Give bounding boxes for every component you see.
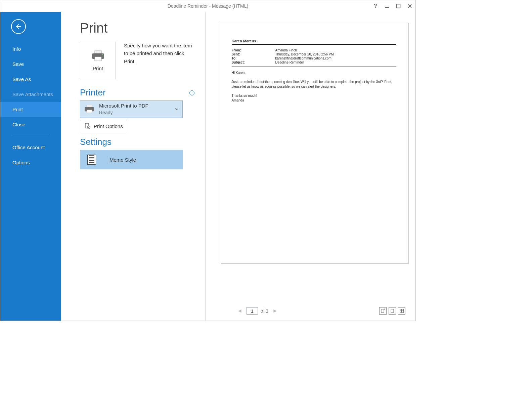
- maximize-icon: [396, 4, 401, 8]
- preview-signature: Amanda: [232, 98, 396, 103]
- preview-page: Karen Marcus From: Amanda Finch Sent: Th…: [220, 22, 408, 263]
- printer-info-icon[interactable]: i: [189, 90, 194, 95]
- preview-sent-value: Thursday, December 20, 2018 2:56 PM: [275, 52, 396, 56]
- sidebar-item-office-account[interactable]: Office Account: [0, 140, 61, 155]
- svg-rect-16: [402, 309, 404, 311]
- printer-name: Microsoft Print to PDF: [99, 103, 148, 109]
- preview-pager: ◄ of 1 ►: [219, 304, 409, 317]
- one-page-button[interactable]: [389, 307, 396, 315]
- svg-rect-17: [400, 311, 402, 313]
- body: Info Save Save As Save Attachments Print…: [0, 12, 415, 321]
- close-icon: [407, 4, 412, 8]
- preview-subject-value: Deadline Reminder: [275, 60, 396, 64]
- print-options-icon: [84, 123, 90, 129]
- memo-style-icon: [87, 155, 96, 165]
- svg-rect-0: [385, 7, 389, 8]
- sidebar-item-info[interactable]: Info: [0, 41, 61, 56]
- multi-page-icon: [399, 309, 404, 313]
- svg-rect-18: [402, 311, 404, 313]
- printer-status: Ready: [99, 110, 148, 116]
- preview-to-row: To: karen@finaldraftcommunications.com: [232, 56, 396, 60]
- printer-text: Microsoft Print to PDF Ready: [99, 103, 148, 116]
- printer-small-icon: [84, 105, 95, 114]
- sidebar-item-save-as[interactable]: Save As: [0, 72, 61, 87]
- preview-to-label: To:: [232, 56, 275, 60]
- svg-rect-6: [95, 57, 101, 61]
- pager-of-label: of 1: [261, 308, 268, 314]
- svg-rect-15: [400, 309, 402, 311]
- app-window: Deadline Reminder - Message (HTML) ? Inf…: [0, 0, 416, 321]
- chevron-down-icon: [175, 108, 178, 111]
- sidebar-item-close[interactable]: Close: [0, 117, 61, 132]
- print-button[interactable]: Print: [80, 42, 116, 79]
- preview-from-value: Amanda Finch: [275, 48, 396, 52]
- sidebar-item-save[interactable]: Save: [0, 56, 61, 72]
- sidebar-item-options[interactable]: Options: [0, 155, 61, 170]
- sidebar-item-print[interactable]: Print: [0, 102, 61, 117]
- print-controls-panel: Print Print Specify how you want the ite…: [61, 12, 206, 321]
- pager-next-button[interactable]: ►: [271, 307, 279, 315]
- preview-rule-thin: [232, 66, 396, 67]
- svg-rect-13: [381, 309, 384, 313]
- print-options-label: Print Options: [94, 123, 123, 129]
- help-button[interactable]: ?: [370, 0, 381, 12]
- preview-greeting: Hi Karen,: [232, 71, 396, 76]
- actual-size-icon: [381, 309, 385, 313]
- svg-rect-1: [397, 4, 400, 8]
- one-page-icon: [390, 309, 395, 313]
- svg-point-7: [102, 54, 103, 55]
- preview-wrap: Karen Marcus From: Amanda Finch Sent: Th…: [219, 22, 409, 304]
- minimize-button[interactable]: [381, 0, 393, 12]
- window-controls: ?: [370, 0, 415, 12]
- minimize-icon: [385, 4, 389, 8]
- svg-rect-10: [87, 110, 92, 113]
- svg-rect-4: [95, 51, 101, 53]
- preview-subject-row: Subject: Deadline Reminder: [232, 60, 396, 64]
- printer-icon: [91, 50, 105, 62]
- printer-heading: Printer: [80, 87, 106, 98]
- svg-rect-8: [87, 105, 92, 107]
- sidebar-separator: [12, 135, 49, 135]
- preview-subject-label: Subject:: [232, 60, 275, 64]
- sidebar-item-save-attachments: Save Attachments: [0, 87, 61, 102]
- preview-sent-label: Sent:: [232, 52, 275, 56]
- settings-heading: Settings: [80, 137, 194, 147]
- maximize-button[interactable]: [393, 0, 404, 12]
- svg-rect-14: [391, 309, 394, 313]
- page-title: Print: [80, 21, 194, 36]
- actual-size-button[interactable]: [379, 307, 387, 315]
- preview-rule-thick: [232, 44, 396, 45]
- print-preview-panel: Karen Marcus From: Amanda Finch Sent: Th…: [206, 12, 415, 321]
- close-button[interactable]: [404, 0, 415, 12]
- pager-current-input[interactable]: [247, 307, 258, 315]
- print-style-label: Memo Style: [109, 157, 136, 163]
- print-description: Specify how you want the item to be prin…: [124, 42, 194, 65]
- preview-to-value: karen@finaldraftcommunications.com: [275, 56, 396, 60]
- print-options-button[interactable]: Print Options: [80, 120, 127, 132]
- pager-prev-button[interactable]: ◄: [236, 307, 244, 315]
- print-row: Print Specify how you want the item to b…: [80, 42, 194, 79]
- back-arrow-icon: [15, 23, 22, 30]
- main-area: Print Print Specify how you want the ite…: [61, 12, 415, 321]
- backstage-sidebar: Info Save Save As Save Attachments Print…: [0, 12, 61, 321]
- preview-body: Hi Karen, Just a reminder about the upco…: [232, 71, 396, 103]
- pager-left: ◄ of 1 ►: [236, 307, 279, 315]
- preview-thanks: Thanks so much!: [232, 93, 396, 98]
- preview-body-text: Just a reminder about the upcoming deadl…: [232, 80, 396, 89]
- preview-user-name: Karen Marcus: [232, 39, 396, 43]
- window-title: Deadline Reminder - Message (HTML): [168, 3, 248, 9]
- back-button[interactable]: [11, 19, 26, 34]
- preview-from-row: From: Amanda Finch: [232, 48, 396, 52]
- preview-from-label: From:: [232, 48, 275, 52]
- printer-selector[interactable]: Microsoft Print to PDF Ready: [80, 100, 183, 118]
- print-style-selector[interactable]: Memo Style: [80, 150, 183, 169]
- title-bar: Deadline Reminder - Message (HTML) ?: [0, 0, 415, 12]
- multi-page-button[interactable]: [398, 307, 405, 315]
- preview-sent-row: Sent: Thursday, December 20, 2018 2:56 P…: [232, 52, 396, 56]
- pager-right: [379, 307, 405, 315]
- printer-heading-row: Printer i: [80, 85, 194, 100]
- print-button-label: Print: [93, 66, 103, 71]
